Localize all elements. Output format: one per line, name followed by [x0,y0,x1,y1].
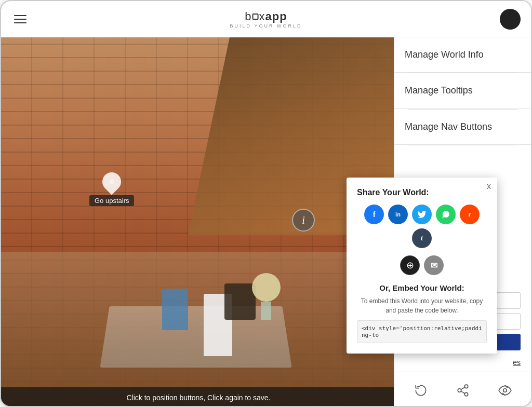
logo-app: app [265,10,287,23]
app-logo: bxapp BUILD YOUR WORLD [230,10,302,29]
instruction-bar: Click to position buttons, Click again t… [1,387,396,407]
user-avatar[interactable] [500,9,521,30]
share-wechat-button[interactable]: ⊕ [400,255,420,275]
share-icons-row2: ⊕ ✉ [357,255,487,275]
share-twitter-button[interactable] [412,205,432,224]
hamburger-line-2 [14,19,26,20]
embed-title: Or, Embed Your World: [357,283,487,292]
header: bxapp BUILD YOUR WORLD [1,1,531,37]
view-icon [498,384,512,397]
es-text-label: es [513,358,521,367]
logo-x: x [259,10,265,23]
logo-o [252,13,259,20]
vase-body [261,302,271,320]
share-whatsapp-button[interactable] [436,205,456,224]
location-pin-icon [99,169,125,195]
panel-divider-3 [408,145,517,145]
share-modal: x Share Your World: f in r t ⊕ ✉ Or, Emb… [347,178,497,354]
menu-item-label: Manage Nav Buttons [405,121,492,132]
refresh-icon [414,384,428,397]
share-linkedin-button[interactable]: in [388,205,408,224]
hamburger-line-1 [14,15,26,16]
flower-vase [250,273,282,320]
embed-description: To embed this World into your website, c… [357,296,487,315]
share-reddit-button[interactable]: r [460,205,480,224]
menu-item-manage-tooltips[interactable]: Manage Tooltips [394,73,531,108]
info-button[interactable]: i [292,209,315,232]
share-modal-close-button[interactable]: x [487,182,491,191]
main-scene: Go upstairs i Click to position buttons,… [1,1,396,407]
share-modal-title: Share Your World: [357,188,487,197]
location-marker[interactable]: Go upstairs [89,172,134,206]
hamburger-button[interactable] [11,12,29,26]
menu-item-label: Manage Tooltips [405,85,473,96]
instruction-text: Click to position buttons, Click again t… [126,394,270,402]
svg-line-4 [461,387,464,389]
svg-line-3 [461,391,464,393]
logo-b: b [245,10,251,23]
menu-item-manage-nav-buttons[interactable]: Manage Nav Buttons [394,110,531,145]
refresh-icon-button[interactable] [410,380,431,401]
view-icon-button[interactable] [495,380,515,401]
tablet-frame: Go upstairs i Click to position buttons,… [0,0,532,407]
share-facebook-button[interactable]: f [364,205,384,224]
svg-point-1 [458,388,461,392]
flower-top [252,273,281,302]
share-email-button[interactable]: ✉ [424,255,444,275]
embed-code-text[interactable]: <div style='position:relative;padding-to [357,320,487,343]
location-label: Go upstairs [89,195,134,206]
menu-item-manage-world-info[interactable]: Manage World Info [394,37,531,73]
logo-title: bxapp [245,10,287,23]
svg-point-5 [503,388,507,392]
share-tumblr-button[interactable]: t [412,228,432,248]
share-icon [456,384,470,397]
share-social-icons: f in r t [357,205,487,248]
svg-point-2 [464,392,468,396]
menu-item-label: Manage World Info [405,49,484,60]
info-icon: i [302,215,305,225]
logo-subtitle: BUILD YOUR WORLD [230,23,302,29]
svg-point-0 [464,385,468,388]
hamburger-line-3 [14,22,26,23]
share-icon-button[interactable] [453,380,473,401]
chair-blue [162,289,188,330]
panel-bottom-icons [394,372,531,407]
